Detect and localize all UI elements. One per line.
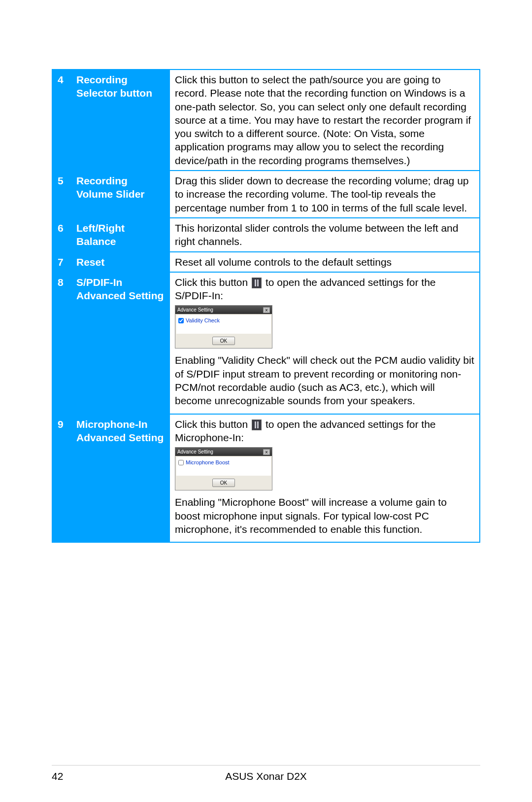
row-label: Recording Volume Slider — [71, 171, 169, 218]
footer-title: ASUS Xonar D2X — [52, 770, 480, 782]
page-footer: 42 ASUS Xonar D2X — [52, 765, 480, 782]
sliders-icon — [252, 278, 262, 288]
row-description: Click this button to open the advanced s… — [169, 414, 480, 542]
row-label: S/PDIF-In Advanced Setting — [71, 272, 169, 414]
row-label: Recording Selector button — [71, 70, 169, 171]
table-row: 5 Recording Volume Slider Drag this slid… — [52, 171, 480, 218]
table-row: 6 Left/Right Balance This horizontal sli… — [52, 218, 480, 252]
ok-button[interactable]: OK — [212, 337, 235, 345]
dialog-title: Advance Setting — [177, 307, 213, 313]
microphone-boost-checkbox[interactable] — [178, 460, 184, 465]
row-description: This horizontal slider controls the volu… — [169, 218, 480, 252]
row-label: Microphone-In Advanced Setting — [71, 414, 169, 542]
microphone-boost-option[interactable]: Microphone Boost — [178, 459, 269, 466]
desc-text-pre: Click this button — [175, 277, 251, 288]
desc-text-pre: Click this button — [175, 418, 251, 430]
row-description: Reset all volume controls to the default… — [169, 252, 480, 272]
dialog-titlebar: Advance Setting × — [175, 448, 272, 456]
table-row: 8 S/PDIF-In Advanced Setting Click this … — [52, 272, 480, 414]
row-number: 7 — [52, 252, 71, 272]
row-label: Reset — [71, 252, 169, 272]
spdif-advanced-dialog: Advance Setting × Validity Check OK — [175, 305, 272, 349]
microphone-boost-label: Microphone Boost — [186, 459, 230, 466]
mic-advanced-dialog: Advance Setting × Microphone Boost OK — [175, 447, 272, 490]
desc-text-after: Enabling "Microphone Boost" will increas… — [175, 495, 474, 536]
row-number: 8 — [52, 272, 71, 414]
validity-check-label: Validity Check — [186, 317, 220, 324]
dialog-title: Advance Setting — [177, 449, 213, 455]
table-row: 4 Recording Selector button Click this b… — [52, 70, 480, 171]
row-label: Left/Right Balance — [71, 218, 169, 252]
close-icon[interactable]: × — [263, 307, 270, 313]
dialog-titlebar: Advance Setting × — [175, 306, 272, 314]
row-number: 9 — [52, 414, 71, 542]
row-description: Drag this slider down to decrease the re… — [169, 171, 480, 218]
row-description: Click this button to select the path/sou… — [169, 70, 480, 171]
row-number: 5 — [52, 171, 71, 218]
table-row: 7 Reset Reset all volume controls to the… — [52, 252, 480, 272]
row-description: Click this button to open the advanced s… — [169, 272, 480, 414]
row-number: 6 — [52, 218, 71, 252]
validity-check-option[interactable]: Validity Check — [178, 317, 269, 324]
sliders-icon — [252, 419, 262, 430]
row-number: 4 — [52, 70, 71, 171]
settings-table: 4 Recording Selector button Click this b… — [52, 69, 480, 543]
table-row: 9 Microphone-In Advanced Setting Click t… — [52, 414, 480, 542]
desc-text-after: Enabling "Validity Check" will check out… — [175, 353, 474, 407]
validity-check-checkbox[interactable] — [178, 318, 184, 323]
close-icon[interactable]: × — [263, 449, 270, 455]
ok-button[interactable]: OK — [212, 479, 235, 487]
